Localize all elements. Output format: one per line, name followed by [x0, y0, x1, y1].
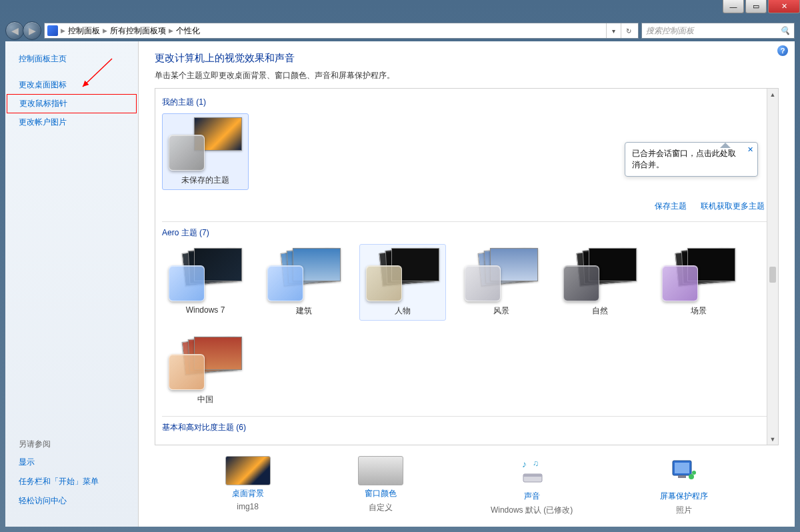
glass-preview-icon	[267, 265, 303, 301]
main-panel: ? 更改计算机上的视觉效果和声音 单击某个主题立即更改桌面背景、窗口颜色、声音和…	[139, 41, 795, 527]
sidebar-link-ease-of-access[interactable]: 轻松访问中心	[5, 491, 138, 511]
svg-text:♫: ♫	[533, 459, 539, 468]
theme-建筑[interactable]: 建筑	[261, 244, 347, 321]
section-my-themes: 我的主题 (1)	[162, 97, 771, 108]
glass-preview-icon	[169, 354, 205, 390]
theme-scroll-area: 我的主题 (1) 未保存的主题 保存主题 联机获取更多主题 Aero	[155, 88, 779, 445]
theme-label: 中国	[197, 394, 213, 405]
page-title: 更改计算机上的视觉效果和声音	[155, 52, 779, 65]
get-more-themes-link[interactable]: 联机获取更多主题	[701, 201, 765, 211]
navigation-bar: ◀ ▶ ▶ 控制面板 ▶ 所有控制面板项 ▶ 个性化 ▾ ↻ 搜索控制面板 🔍	[5, 20, 795, 41]
theme-label: 风景	[493, 305, 509, 317]
sidebar-link-account-picture[interactable]: 更改帐户图片	[5, 113, 138, 132]
color-icon	[358, 456, 403, 485]
theme-label: 人物	[395, 305, 411, 317]
theme-中国[interactable]: 中国	[162, 333, 249, 409]
screensaver-setting[interactable]: 屏幕保护程序 照片	[660, 456, 708, 516]
glass-preview-icon	[465, 265, 501, 301]
setting-label: 窗口颜色	[365, 488, 397, 499]
glass-preview-icon	[563, 265, 599, 301]
back-button[interactable]: ◀	[5, 21, 24, 40]
notification-text: 已合并会话窗口，点击此处取消合并。	[632, 149, 736, 169]
theme-label: 自然	[592, 305, 608, 317]
glass-preview-icon	[169, 265, 205, 301]
sidebar-home-link[interactable]: 控制面板主页	[5, 49, 138, 69]
theme-label: Windows 7	[186, 305, 225, 315]
window-frame: — ▭ ✕ ◀ ▶ ▶ 控制面板 ▶ 所有控制面板项 ▶ 个性化 ▾ ↻ 搜索控…	[0, 0, 800, 532]
sidebar: 控制面板主页 更改桌面图标 更改鼠标指针 更改帐户图片 另请参阅 显示 任务栏和…	[5, 41, 139, 527]
chevron-icon: ▶	[169, 27, 173, 34]
setting-label: 桌面背景	[232, 488, 264, 499]
setting-value: 自定义	[369, 502, 393, 513]
setting-label: 屏幕保护程序	[660, 491, 708, 502]
glass-preview-icon	[662, 265, 698, 301]
theme-label: 未保存的主题	[181, 175, 229, 186]
vertical-scrollbar[interactable]: ▲ ▼	[767, 89, 778, 445]
settings-row: 桌面背景 img18 窗口颜色 自定义 ♪ ♫	[155, 445, 779, 521]
chevron-icon: ▶	[61, 27, 65, 34]
setting-value: img18	[237, 502, 259, 511]
content-area: 控制面板主页 更改桌面图标 更改鼠标指针 更改帐户图片 另请参阅 显示 任务栏和…	[5, 41, 795, 527]
glass-preview-icon	[169, 135, 205, 171]
notification-close-icon[interactable]: ✕	[747, 145, 753, 154]
refresh-button[interactable]: ↻	[621, 23, 635, 38]
section-aero-themes: Aero 主题 (7)	[162, 227, 771, 239]
setting-value: 照片	[676, 505, 692, 516]
maximize-button[interactable]: ▭	[745, 0, 767, 13]
theme-actions: 保存主题 联机获取更多主题	[162, 197, 771, 216]
address-bar[interactable]: ▶ 控制面板 ▶ 所有控制面板项 ▶ 个性化 ▾ ↻	[44, 23, 639, 39]
chevron-icon: ▶	[103, 27, 107, 34]
address-dropdown[interactable]: ▾	[606, 23, 621, 38]
theme-自然[interactable]: 自然	[557, 244, 643, 321]
breadcrumb-item[interactable]: 所有控制面板项	[110, 25, 166, 37]
search-placeholder: 搜索控制面板	[646, 25, 694, 37]
search-icon: 🔍	[780, 26, 790, 35]
svg-rect-6	[678, 475, 686, 478]
save-theme-link[interactable]: 保存主题	[655, 201, 687, 211]
sound-setting[interactable]: ♪ ♫ 声音 Windows 默认 (已修改)	[491, 456, 573, 516]
minimize-button[interactable]: —	[723, 0, 744, 13]
svg-rect-3	[523, 474, 542, 477]
setting-label: 声音	[524, 491, 540, 502]
theme-label: 建筑	[296, 305, 312, 317]
close-button[interactable]: ✕	[768, 0, 800, 13]
section-basic-themes: 基本和高对比度主题 (6)	[162, 422, 771, 433]
svg-point-7	[689, 474, 694, 479]
breadcrumb-current[interactable]: 个性化	[176, 25, 200, 37]
scroll-thumb[interactable]	[769, 267, 776, 283]
svg-rect-5	[675, 463, 689, 473]
merge-notification[interactable]: 已合并会话窗口，点击此处取消合并。 ✕	[625, 142, 758, 177]
glass-preview-icon	[366, 265, 402, 301]
theme-人物[interactable]: 人物	[359, 244, 446, 321]
svg-text:♪: ♪	[522, 459, 527, 469]
theme-Windows 7[interactable]: Windows 7	[162, 244, 249, 321]
scroll-up-button[interactable]: ▲	[767, 89, 778, 100]
help-icon[interactable]: ?	[777, 45, 788, 56]
sound-icon: ♪ ♫	[516, 456, 548, 488]
theme-风景[interactable]: 风景	[458, 244, 545, 321]
forward-button[interactable]: ▶	[23, 21, 41, 40]
screensaver-icon	[668, 456, 700, 488]
sidebar-link-taskbar[interactable]: 任务栏和「开始」菜单	[5, 472, 138, 491]
search-input[interactable]: 搜索控制面板 🔍	[641, 23, 795, 39]
sidebar-link-desktop-icons[interactable]: 更改桌面图标	[5, 75, 138, 95]
breadcrumb-item[interactable]: 控制面板	[68, 25, 100, 37]
setting-value: Windows 默认 (已修改)	[491, 505, 573, 516]
wallpaper-icon	[225, 456, 271, 485]
sidebar-link-display[interactable]: 显示	[5, 453, 138, 472]
theme-unsaved[interactable]: 未保存的主题	[162, 113, 249, 190]
scroll-down-button[interactable]: ▼	[767, 433, 778, 445]
control-panel-icon	[47, 25, 58, 36]
sidebar-link-mouse-pointers[interactable]: 更改鼠标指针	[7, 94, 137, 113]
see-also-heading: 另请参阅	[5, 436, 138, 453]
theme-label: 场景	[691, 305, 707, 317]
window-controls: — ▭ ✕	[723, 0, 800, 15]
desktop-background-setting[interactable]: 桌面背景 img18	[225, 456, 271, 516]
window-color-setting[interactable]: 窗口颜色 自定义	[358, 456, 403, 516]
page-subtitle: 单击某个主题立即更改桌面背景、窗口颜色、声音和屏幕保护程序。	[155, 70, 779, 81]
theme-场景[interactable]: 场景	[655, 244, 742, 321]
svg-point-8	[692, 471, 696, 475]
